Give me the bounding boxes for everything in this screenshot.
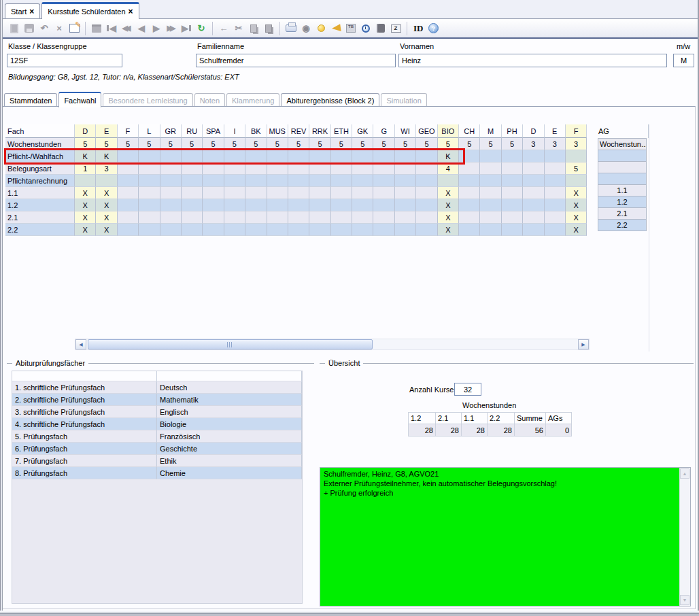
grid-cell[interactable]: K xyxy=(96,150,117,162)
fast-back-icon[interactable]: ◀◀ xyxy=(119,21,134,36)
exam-row[interactable]: 2. schriftliche PrüfungsfachMathematik xyxy=(12,394,302,406)
close-tab-icon[interactable]: × xyxy=(29,7,34,16)
grid-cell[interactable] xyxy=(502,175,523,187)
grid-cell[interactable] xyxy=(139,150,160,162)
grid-cell[interactable]: 5 xyxy=(416,138,437,150)
grid-cell[interactable] xyxy=(267,199,288,211)
grid-cell[interactable] xyxy=(502,187,523,199)
grid-cell[interactable] xyxy=(245,175,267,187)
previous-record-icon[interactable]: ◀ xyxy=(134,21,149,36)
grid-cell[interactable] xyxy=(203,211,224,224)
grid-cell[interactable] xyxy=(309,162,330,175)
grid-cell[interactable] xyxy=(160,199,182,211)
grid-cell[interactable] xyxy=(502,211,523,224)
grid-cell[interactable]: 5 xyxy=(75,138,96,150)
grid-cell[interactable] xyxy=(182,150,203,162)
grid-cell[interactable] xyxy=(160,150,182,162)
print-icon[interactable] xyxy=(284,21,299,36)
grid-cell[interactable]: 5 xyxy=(480,138,501,150)
grid-cell[interactable] xyxy=(203,199,224,211)
grid-cell[interactable] xyxy=(182,211,203,224)
grid-cell[interactable] xyxy=(118,224,139,236)
new-record-icon[interactable] xyxy=(7,21,22,36)
grid-cell[interactable] xyxy=(267,150,288,162)
grid-cell[interactable] xyxy=(545,199,566,211)
grid-cell[interactable] xyxy=(395,211,416,224)
exam-row[interactable]: 1. schriftliche PrüfungsfachDeutsch xyxy=(12,381,302,394)
grid-cell[interactable] xyxy=(118,199,139,211)
grid-cell[interactable]: 5 xyxy=(395,138,416,150)
grid-cell[interactable] xyxy=(416,150,437,162)
grid-cell[interactable] xyxy=(373,224,394,236)
grid-cell[interactable] xyxy=(502,162,523,175)
grid-cell[interactable] xyxy=(224,224,245,236)
grid-cell[interactable] xyxy=(331,187,352,199)
undo-icon[interactable]: ↶ xyxy=(37,21,52,36)
grid-cell[interactable]: 5 xyxy=(182,138,203,150)
grid-cell[interactable] xyxy=(203,150,224,162)
scroll-right-button[interactable]: ▶ xyxy=(578,339,589,349)
tab-abiturergebnisse-block-2-[interactable]: Abiturergebnisse (Block 2) xyxy=(281,93,379,107)
grid-cell[interactable] xyxy=(139,199,160,211)
grid-cell[interactable] xyxy=(523,175,544,187)
grid-cell[interactable] xyxy=(502,150,523,162)
grid-cell[interactable] xyxy=(288,162,309,175)
close-tab-icon[interactable]: × xyxy=(129,7,133,16)
grid-cell[interactable] xyxy=(160,162,182,175)
scroll-up-button[interactable]: ▲ xyxy=(680,468,689,479)
ag-row[interactable] xyxy=(598,150,647,162)
klasse-input[interactable] xyxy=(7,54,122,67)
status-vertical-scrollbar[interactable]: ▲ ▼ xyxy=(679,468,690,606)
grid-cell[interactable] xyxy=(395,175,416,187)
grid-cell[interactable] xyxy=(139,162,160,175)
grid-cell[interactable]: X xyxy=(566,224,587,236)
hint-bulb-icon[interactable] xyxy=(313,21,328,36)
grid-cell[interactable] xyxy=(139,224,160,236)
grid-cell[interactable] xyxy=(545,162,566,175)
grid-cell[interactable] xyxy=(267,187,288,199)
grid-cell[interactable] xyxy=(523,211,544,224)
grid-cell[interactable]: 5 xyxy=(459,138,480,150)
grid-cell[interactable] xyxy=(118,211,139,224)
grid-cell[interactable] xyxy=(459,224,480,236)
grid-cell[interactable] xyxy=(352,162,373,175)
grid-cell[interactable] xyxy=(502,199,523,211)
grid-cell[interactable] xyxy=(245,199,267,211)
grid-horizontal-scrollbar[interactable]: ◀ ▶ xyxy=(75,339,590,350)
familienname-input[interactable] xyxy=(196,54,396,67)
grid-cell[interactable] xyxy=(480,150,501,162)
save-icon[interactable] xyxy=(22,21,37,36)
grid-cell[interactable]: 5 xyxy=(224,138,245,150)
grid-cell[interactable]: X xyxy=(566,187,587,199)
exam-row[interactable]: 3. schriftliche PrüfungsfachEnglisch xyxy=(12,406,302,418)
grid-cell[interactable] xyxy=(523,187,544,199)
exam-row[interactable]: 7. PrüfungsfachEthik xyxy=(12,455,302,467)
grid-cell[interactable] xyxy=(459,175,480,187)
grid-cell[interactable]: K xyxy=(438,150,459,162)
grid-cell[interactable] xyxy=(139,187,160,199)
grid-cell[interactable] xyxy=(331,199,352,211)
report-book-icon[interactable] xyxy=(373,21,388,36)
grid-cell[interactable]: X xyxy=(96,187,117,199)
record-disc-icon[interactable]: ◉ xyxy=(299,21,313,36)
grid-cell[interactable] xyxy=(309,199,330,211)
grid-cell[interactable]: 5 xyxy=(309,138,330,150)
grid-cell[interactable]: 4 xyxy=(438,162,459,175)
exam-row[interactable]: 4. schriftliche PrüfungsfachBiologie xyxy=(12,418,302,430)
grid-cell[interactable] xyxy=(288,224,309,236)
grid-cell[interactable] xyxy=(288,150,309,162)
grid-cell[interactable] xyxy=(480,162,501,175)
grid-cell[interactable]: 3 xyxy=(96,162,117,175)
grid-cell[interactable] xyxy=(395,199,416,211)
grid-cell[interactable] xyxy=(416,187,437,199)
delete-record-icon[interactable]: × xyxy=(52,21,67,36)
grid-cell[interactable] xyxy=(309,150,330,162)
grid-cell[interactable] xyxy=(331,175,352,187)
grid-cell[interactable]: 5 xyxy=(118,138,139,150)
grid-cell[interactable] xyxy=(523,199,544,211)
scroll-down-button[interactable]: ▼ xyxy=(680,595,689,605)
grid-cell[interactable] xyxy=(373,175,394,187)
ag-row[interactable]: 1.2 xyxy=(598,196,647,208)
grid-cell[interactable] xyxy=(139,175,160,187)
grid-cell[interactable] xyxy=(459,162,480,175)
